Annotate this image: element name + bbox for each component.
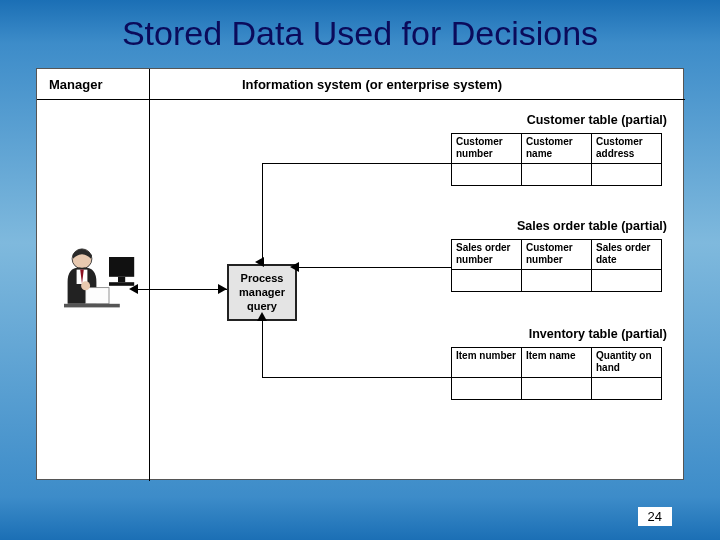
inventory-col-0: Item number xyxy=(452,348,522,378)
process-line1: Process xyxy=(233,272,291,286)
svg-rect-1 xyxy=(118,277,125,282)
svg-rect-0 xyxy=(109,257,134,277)
header-underline xyxy=(37,99,685,100)
connector-horiz-customer xyxy=(262,163,451,164)
swimlane-divider-top xyxy=(149,69,150,99)
arrowhead-from-inventory xyxy=(257,312,267,321)
customer-table-title: Customer table (partial) xyxy=(447,113,667,127)
customer-col-0: Customer number xyxy=(452,134,522,164)
header-info-system: Information system (or enterprise system… xyxy=(242,77,502,92)
arrowhead-from-sales xyxy=(290,262,299,272)
arrowhead-to-process xyxy=(218,284,227,294)
svg-point-6 xyxy=(81,281,90,290)
sales-table-title: Sales order table (partial) xyxy=(447,219,667,233)
connector-sales xyxy=(297,267,451,268)
swimlane-divider xyxy=(149,99,150,481)
diagram-canvas: Manager Information system (or enterpris… xyxy=(36,68,684,480)
svg-rect-7 xyxy=(64,304,120,308)
inventory-table: Item number Item name Quantity on hand xyxy=(451,347,662,400)
connector-horiz-inventory xyxy=(262,377,451,378)
connector-manager-process xyxy=(137,289,227,290)
customer-col-1: Customer name xyxy=(522,134,592,164)
inventory-col-1: Item name xyxy=(522,348,592,378)
connector-vert-customer xyxy=(262,163,263,264)
arrowhead-from-customer xyxy=(255,257,264,267)
connector-vert-inventory xyxy=(262,319,263,377)
sales-col-2: Sales order date xyxy=(592,240,662,270)
customer-table: Customer number Customer name Customer a… xyxy=(451,133,662,186)
customer-col-2: Customer address xyxy=(592,134,662,164)
inventory-table-title: Inventory table (partial) xyxy=(447,327,667,341)
process-line2: manager xyxy=(233,286,291,300)
page-number: 24 xyxy=(638,507,672,526)
sales-col-1: Customer number xyxy=(522,240,592,270)
svg-rect-5 xyxy=(86,288,109,304)
header-manager: Manager xyxy=(49,77,102,92)
inventory-col-2: Quantity on hand xyxy=(592,348,662,378)
sales-order-table: Sales order number Customer number Sales… xyxy=(451,239,662,292)
slide-title: Stored Data Used for Decisions xyxy=(0,0,720,63)
sales-col-0: Sales order number xyxy=(452,240,522,270)
arrowhead-to-manager xyxy=(129,284,138,294)
